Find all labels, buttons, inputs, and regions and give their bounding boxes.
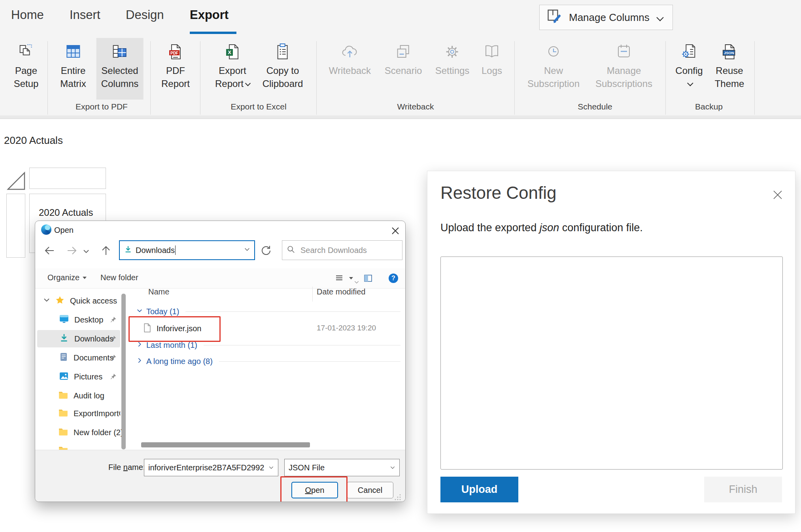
ribbon-button-pdf-report[interactable]: PDF PDF Report	[157, 38, 195, 100]
chevron-down-icon[interactable]	[268, 463, 274, 472]
button-label: Copy to	[266, 64, 299, 77]
caret-down-icon[interactable]	[349, 277, 353, 279]
chevron-down-icon[interactable]	[136, 308, 143, 315]
search-input[interactable]	[300, 245, 392, 255]
organize-menu[interactable]: Organize	[47, 273, 87, 282]
sidebar-item-audit-log[interactable]: Audit log	[58, 388, 104, 404]
file-name-label: File name:	[108, 463, 145, 472]
group-label: Last month (1)	[146, 341, 197, 350]
tab-export[interactable]: Export	[190, 8, 229, 22]
list-view-icon[interactable]	[334, 274, 344, 285]
chevron-right-icon[interactable]	[136, 341, 143, 349]
ribbon-button-settings[interactable]: Settings	[431, 38, 474, 100]
scenario-icon	[394, 42, 413, 62]
back-button[interactable]	[43, 245, 55, 257]
manage-columns-button[interactable]: Manage Columns	[539, 5, 673, 30]
preview-pane-icon[interactable]	[363, 274, 373, 285]
ribbon-button-reuse-theme[interactable]: JSON Reuse Theme	[710, 38, 749, 100]
new-folder-label: New folder	[100, 273, 138, 282]
recent-locations-chevron-icon[interactable]	[83, 248, 94, 260]
ribbon-button-copy-to-clipboard[interactable]: Copy to Clipboard	[258, 38, 308, 100]
new-folder-button[interactable]: New folder	[100, 273, 138, 282]
close-icon[interactable]	[770, 187, 786, 203]
sidebar-item-documents[interactable]: Documents	[59, 350, 113, 366]
ribbon-button-manage-subscriptions[interactable]: Manage Subscriptions	[591, 38, 657, 100]
file-type-dropdown[interactable]: JSON File	[284, 459, 400, 476]
horizontal-scrollbar[interactable]	[141, 442, 310, 447]
sidebar-item-desktop[interactable]: Desktop	[59, 312, 103, 328]
ribbon-button-entire-matrix[interactable]: Entire Matrix	[55, 38, 91, 100]
file-name-combobox[interactable]: inforiverEnterprise2B7A5FD2992D434D	[144, 459, 278, 476]
sidebar-item-label: Quick access	[70, 296, 117, 306]
sidebar-item-pictures[interactable]: Pictures	[59, 369, 102, 385]
ribbon-button-new-subscription[interactable]: New Subscription	[523, 38, 584, 100]
refresh-button[interactable]	[260, 245, 272, 257]
organize-label: Organize	[47, 273, 79, 282]
column-divider[interactable]	[312, 287, 313, 302]
file-date-modified: 17-01-2023 19:20	[317, 324, 376, 332]
column-header-date-modified[interactable]: Date modified	[317, 287, 365, 296]
star-icon	[55, 295, 65, 307]
cancel-button[interactable]: Cancel	[347, 482, 393, 498]
description-text: configuration file.	[559, 222, 643, 234]
sidebar-item-downloads[interactable]: Downloads	[59, 331, 113, 347]
group-header-last-month[interactable]: Last month (1)	[136, 340, 400, 350]
pin-icon	[110, 335, 117, 344]
tab-design[interactable]: Design	[126, 8, 164, 22]
close-icon[interactable]	[387, 223, 404, 238]
button-label: Settings	[435, 64, 470, 77]
forward-button[interactable]	[66, 245, 78, 257]
ribbon-button-export-report[interactable]: X Export Report	[210, 38, 255, 100]
sort-ascending-icon	[354, 279, 359, 287]
button-label: Manage	[607, 64, 641, 77]
ribbon-group-label: Writeback	[397, 102, 434, 111]
group-rule	[185, 311, 400, 312]
sidebar-item-label: Documents	[74, 353, 113, 362]
chevron-down-icon[interactable]	[390, 463, 395, 472]
group-header-long-ago[interactable]: A long time ago (8)	[136, 356, 400, 366]
finish-button[interactable]: Finish	[704, 477, 782, 502]
button-label: Columns	[101, 77, 139, 90]
ribbon-button-writeback[interactable]: Writeback	[324, 38, 376, 100]
ribbon-group-label: Export to PDF	[76, 102, 128, 111]
ribbon-button-scenario[interactable]: Scenario	[380, 38, 427, 100]
address-bar[interactable]: Downloads	[119, 240, 255, 260]
upload-button[interactable]: Upload	[440, 477, 518, 502]
pin-icon	[110, 316, 117, 325]
sidebar-item-new-folder[interactable]: New folder (2)	[58, 424, 123, 440]
up-button[interactable]	[100, 245, 112, 257]
tab-home[interactable]: Home	[11, 8, 44, 22]
ribbon-button-selected-columns[interactable]: Selected Columns	[96, 38, 144, 100]
help-icon[interactable]: ?	[389, 274, 398, 283]
upload-drop-area[interactable]	[440, 257, 783, 470]
button-label: Scenario	[385, 64, 422, 77]
button-label: New	[544, 64, 563, 77]
column-header-name[interactable]: Name	[148, 287, 169, 296]
open-button[interactable]: Open	[291, 482, 338, 498]
svg-text:PDF: PDF	[170, 51, 178, 55]
file-row-inforiver-json[interactable]: Inforiver.json	[142, 320, 201, 337]
sidebar-item-exportimport-folder[interactable]: ExportImportCo	[58, 406, 120, 421]
button-label: Reuse	[716, 64, 743, 77]
resize-grip[interactable]	[394, 494, 401, 502]
sidebar-item-quick-access[interactable]: Quick access	[43, 293, 117, 309]
ribbon-separator	[754, 41, 755, 115]
tab-insert[interactable]: Insert	[70, 8, 100, 22]
button-label: Report	[215, 77, 250, 90]
search-icon	[287, 245, 295, 255]
ribbon-button-config[interactable]: Config	[671, 38, 707, 100]
group-header-today[interactable]: Today (1)	[136, 306, 400, 317]
button-label: Selected	[101, 64, 138, 77]
chevron-down-icon	[687, 80, 693, 87]
downloads-icon	[59, 333, 69, 345]
nav-scrollbar[interactable]	[121, 294, 126, 449]
chevron-right-icon[interactable]	[136, 357, 143, 365]
sidebar-item-label: Desktop	[74, 315, 103, 324]
chevron-down-icon[interactable]	[244, 246, 250, 254]
search-box[interactable]	[282, 240, 402, 260]
ribbon-button-logs[interactable]: Logs	[477, 38, 507, 100]
matrix-cell[interactable]	[6, 194, 25, 258]
matrix-cell[interactable]	[29, 168, 106, 189]
ribbon-button-page-setup[interactable]: Page Setup	[9, 38, 43, 100]
chevron-down-icon[interactable]	[43, 296, 50, 305]
